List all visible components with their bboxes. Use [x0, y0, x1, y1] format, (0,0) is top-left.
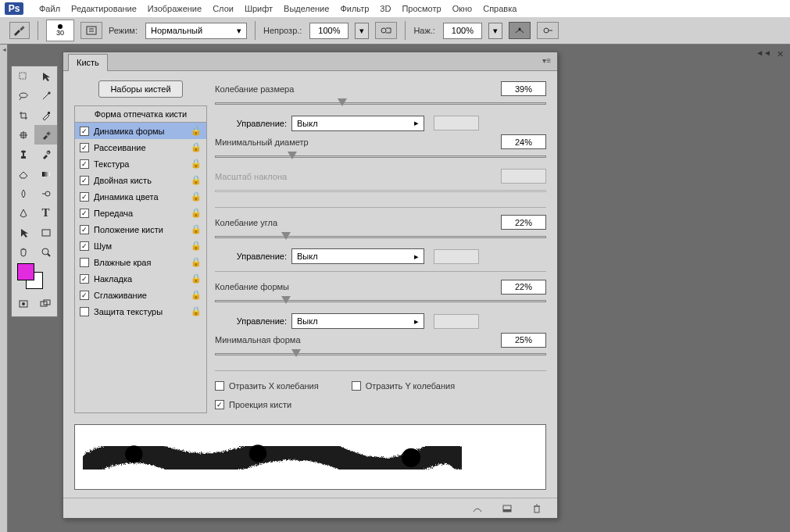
attr-buildup[interactable]: Накладка🔒	[75, 270, 206, 287]
lock-icon[interactable]: 🔒	[191, 257, 202, 267]
attr-wet-edges[interactable]: Влажные края🔒	[75, 254, 206, 270]
brush-tip-header[interactable]: Форма отпечатка кисти	[74, 105, 207, 123]
type-tool[interactable]: T	[34, 203, 57, 223]
menu-file[interactable]: Файл	[39, 4, 60, 13]
menu-3d[interactable]: 3D	[380, 4, 391, 13]
checkbox-checked-icon[interactable]	[80, 209, 89, 218]
lock-icon[interactable]: 🔒	[191, 126, 202, 136]
angle-jitter-input[interactable]: 22%	[501, 215, 546, 230]
crop-tool[interactable]	[12, 105, 34, 125]
flipy-checkbox[interactable]	[352, 381, 361, 391]
lock-icon[interactable]: 🔒	[191, 142, 202, 152]
trash-icon[interactable]	[531, 502, 543, 515]
lock-icon[interactable]: 🔒	[191, 290, 202, 300]
lock-icon[interactable]: 🔒	[191, 191, 202, 202]
screen-mode-button[interactable]	[34, 295, 57, 313]
brush-size-picker[interactable]: 30	[46, 20, 74, 41]
pen-tool[interactable]	[12, 203, 34, 223]
checkbox-checked-icon[interactable]	[80, 176, 89, 185]
attr-noise[interactable]: Шум🔒	[75, 237, 206, 254]
shape-tool[interactable]	[34, 223, 57, 242]
attr-dual-brush[interactable]: Двойная кисть🔒	[75, 172, 206, 188]
attr-transfer[interactable]: Передача🔒	[75, 205, 206, 221]
toggle-preview-icon[interactable]	[471, 502, 484, 515]
size-jitter-slider[interactable]	[215, 99, 546, 110]
min-diameter-slider[interactable]	[215, 152, 546, 163]
flow-dropdown[interactable]: ▾	[488, 23, 502, 39]
standard-mode-button[interactable]	[12, 295, 34, 313]
opacity-input[interactable]: 100%	[309, 23, 349, 39]
eraser-tool[interactable]	[12, 164, 34, 184]
roundness-jitter-slider[interactable]	[215, 297, 546, 308]
left-dock-strip[interactable]	[0, 45, 8, 532]
flow-input[interactable]: 100%	[443, 23, 482, 39]
blend-mode-select[interactable]: Нормальный▾	[145, 23, 247, 39]
attr-brush-pose[interactable]: Положение кисти🔒	[75, 221, 206, 237]
brush-presets-button[interactable]: Наборы кистей	[98, 80, 182, 98]
control3-select[interactable]: Выкл▸	[291, 313, 424, 329]
checkbox-icon[interactable]	[80, 258, 89, 267]
menu-window[interactable]: Окно	[452, 4, 473, 13]
path-select-tool[interactable]	[12, 223, 34, 242]
angle-jitter-slider[interactable]	[215, 233, 546, 244]
checkbox-checked-icon[interactable]	[80, 127, 89, 136]
new-brush-icon[interactable]	[501, 502, 513, 515]
menu-view[interactable]: Просмотр	[402, 4, 441, 13]
checkbox-checked-icon[interactable]	[80, 159, 89, 169]
healing-tool[interactable]	[12, 125, 34, 145]
control1-select[interactable]: Выкл▸	[291, 116, 424, 131]
checkbox-checked-icon[interactable]	[80, 241, 89, 251]
zoom-tool[interactable]	[34, 242, 57, 262]
toggle-brush-panel-button[interactable]	[80, 22, 102, 39]
roundness-jitter-input[interactable]: 22%	[501, 280, 546, 295]
checkbox-checked-icon[interactable]	[80, 192, 89, 202]
menu-type[interactable]: Шрифт	[245, 4, 273, 13]
lock-icon[interactable]: 🔒	[191, 208, 202, 218]
attr-smoothing[interactable]: Сглаживание🔒	[75, 287, 206, 303]
checkbox-checked-icon[interactable]	[80, 274, 89, 284]
checkbox-checked-icon[interactable]	[80, 225, 89, 234]
dodge-tool[interactable]	[34, 184, 57, 203]
control2-select[interactable]: Выкл▸	[291, 248, 424, 264]
wand-tool[interactable]	[34, 86, 57, 105]
panel-tab-brush[interactable]: Кисть	[68, 54, 108, 71]
min-roundness-slider[interactable]	[215, 350, 546, 361]
menu-layers[interactable]: Слои	[213, 4, 234, 13]
lock-icon[interactable]: 🔒	[191, 175, 202, 185]
min-diameter-input[interactable]: 24%	[501, 134, 546, 149]
pressure-size-button[interactable]	[537, 22, 559, 39]
attr-shape-dynamics[interactable]: Динамика формы🔒	[75, 123, 206, 139]
checkbox-checked-icon[interactable]	[80, 291, 89, 300]
flipx-checkbox[interactable]	[215, 381, 224, 391]
airbrush-button[interactable]	[509, 22, 531, 39]
eyedropper-tool[interactable]	[34, 105, 57, 125]
menu-edit[interactable]: Редактирование	[71, 4, 137, 13]
hand-tool[interactable]	[12, 242, 34, 262]
checkbox-checked-icon[interactable]	[80, 143, 89, 152]
panel-close-button[interactable]: ✕	[774, 48, 785, 59]
foreground-color[interactable]	[17, 263, 34, 280]
lock-icon[interactable]: 🔒	[191, 273, 202, 284]
size-jitter-input[interactable]: 39%	[501, 81, 546, 96]
lasso-tool[interactable]	[12, 86, 34, 105]
attr-scattering[interactable]: Рассеивание🔒	[75, 139, 206, 155]
stamp-tool[interactable]	[12, 145, 34, 164]
lock-icon[interactable]: 🔒	[191, 306, 202, 316]
min-roundness-input[interactable]: 25%	[501, 333, 546, 348]
lock-icon[interactable]: 🔒	[191, 159, 202, 169]
attr-protect-texture[interactable]: Защита текстуры🔒	[75, 303, 206, 320]
brush-tool[interactable]	[34, 125, 57, 145]
panel-menu-icon[interactable]: ▾≡	[542, 56, 551, 65]
tool-preset-picker[interactable]	[9, 22, 30, 39]
panel-collapse-icon[interactable]: ◄◄	[756, 48, 771, 57]
lock-icon[interactable]: 🔒	[191, 241, 202, 251]
lock-icon[interactable]: 🔒	[191, 224, 202, 234]
menu-image[interactable]: Изображение	[148, 4, 202, 13]
menu-help[interactable]: Справка	[483, 4, 517, 13]
checkbox-icon[interactable]	[80, 307, 89, 316]
history-brush-tool[interactable]	[34, 145, 57, 164]
select-tool[interactable]	[34, 66, 57, 86]
opacity-dropdown[interactable]: ▾	[355, 23, 369, 39]
pressure-opacity-button[interactable]	[375, 22, 397, 39]
attr-color-dynamics[interactable]: Динамика цвета🔒	[75, 188, 206, 205]
